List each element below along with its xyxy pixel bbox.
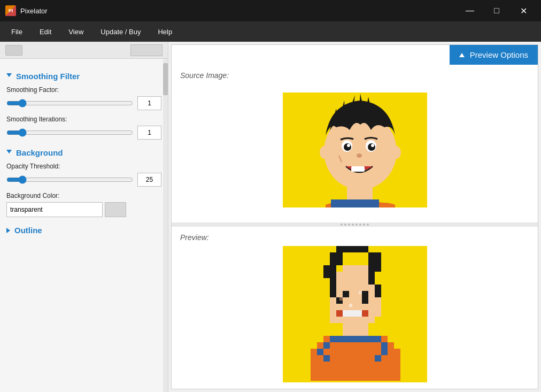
svg-rect-93 — [359, 291, 362, 294]
menu-view[interactable]: View — [60, 25, 92, 39]
smoothing-factor-input[interactable]: 1 — [137, 96, 161, 110]
svg-rect-52 — [368, 278, 375, 285]
svg-rect-105 — [368, 246, 375, 252]
svg-point-18 — [391, 146, 401, 159]
panel-scrollbar[interactable] — [163, 59, 168, 392]
opacity-threshold-label: Opacity Threshold: — [6, 163, 161, 170]
svg-rect-38 — [330, 265, 336, 272]
opacity-threshold-input[interactable]: 25 — [137, 173, 161, 187]
svg-rect-49 — [343, 272, 368, 278]
close-button[interactable]: ✕ — [511, 0, 536, 21]
svg-rect-57 — [336, 291, 343, 297]
svg-rect-42 — [330, 272, 336, 278]
background-color-input[interactable]: transparent — [6, 202, 103, 217]
panel-scroll-area: Smoothing Filter Smoothing Factor: 1 Smo… — [0, 59, 168, 392]
toolbar-input[interactable] — [130, 44, 163, 56]
preview-options-label: Preview Options — [470, 50, 528, 59]
toolbar-button[interactable] — [5, 45, 22, 56]
smoothing-iterations-row: 1 — [6, 126, 161, 140]
menu-help[interactable]: Help — [149, 25, 181, 39]
svg-rect-36 — [375, 259, 381, 265]
preview-options-button[interactable]: Preview Options — [450, 45, 538, 65]
source-image-label: Source Image: — [180, 71, 529, 80]
svg-rect-24 — [336, 246, 343, 252]
opacity-threshold-row: 25 — [6, 173, 161, 187]
smoothing-filter-section-header[interactable]: Smoothing Filter — [6, 72, 161, 81]
svg-rect-35 — [368, 259, 375, 265]
svg-rect-61 — [362, 291, 368, 297]
smoothing-filter-label: Smoothing Filter — [16, 72, 80, 81]
divider-dot — [359, 224, 361, 226]
smoothing-factor-row: 1 — [6, 96, 161, 110]
svg-rect-89 — [330, 342, 381, 349]
opacity-threshold-slider[interactable] — [6, 174, 133, 185]
source-goku-image — [283, 93, 427, 207]
svg-rect-20 — [331, 199, 379, 207]
left-panel: Smoothing Filter Smoothing Factor: 1 Smo… — [0, 42, 168, 392]
divider-dot — [341, 224, 343, 226]
svg-rect-66 — [343, 297, 349, 304]
divider-dot — [363, 224, 365, 226]
divider-dot — [352, 224, 354, 226]
svg-rect-73 — [375, 304, 381, 310]
menu-file[interactable]: File — [3, 25, 31, 39]
svg-rect-29 — [330, 252, 336, 259]
outline-expand-icon — [6, 228, 10, 233]
svg-rect-58 — [343, 291, 349, 297]
svg-rect-101 — [323, 355, 330, 362]
preview-goku-image — [283, 246, 427, 382]
preview-image-label: Preview: — [180, 233, 529, 242]
svg-rect-33 — [330, 259, 336, 265]
svg-rect-81 — [330, 317, 336, 323]
svg-rect-64 — [330, 297, 336, 304]
svg-rect-87 — [317, 342, 323, 349]
menu-edit[interactable]: Edit — [31, 25, 60, 39]
svg-rect-25 — [343, 246, 349, 252]
panel-scrollbar-thumb[interactable] — [163, 63, 168, 95]
svg-rect-16 — [351, 166, 365, 172]
svg-rect-53 — [330, 285, 336, 291]
svg-rect-51 — [330, 278, 336, 285]
menu-update-buy[interactable]: Update / Buy — [92, 25, 149, 39]
svg-rect-82 — [343, 323, 368, 329]
panel-divider[interactable] — [172, 222, 538, 227]
svg-rect-94 — [339, 297, 343, 301]
maximize-button[interactable]: □ — [484, 0, 509, 21]
divider-dots — [341, 224, 369, 226]
background-color-swatch[interactable] — [105, 202, 126, 217]
main-layout: Smoothing Filter Smoothing Factor: 1 Smo… — [0, 42, 541, 392]
svg-rect-88 — [323, 342, 330, 349]
window-controls: — □ ✕ — [458, 0, 536, 21]
svg-rect-46 — [349, 265, 355, 272]
outline-section-header[interactable]: Outline — [6, 226, 161, 235]
svg-rect-69 — [362, 297, 368, 304]
svg-rect-62 — [368, 291, 375, 297]
smoothing-iterations-input[interactable]: 1 — [137, 126, 161, 140]
svg-rect-56 — [330, 291, 336, 297]
svg-rect-79 — [375, 310, 381, 317]
svg-rect-77 — [362, 310, 368, 317]
divider-dot — [355, 224, 358, 226]
background-color-row: transparent — [6, 202, 161, 217]
svg-rect-103 — [375, 355, 381, 362]
svg-rect-75 — [336, 310, 343, 317]
svg-rect-45 — [343, 265, 349, 272]
divider-dot — [348, 224, 350, 226]
svg-rect-99 — [311, 374, 400, 381]
svg-point-14 — [371, 144, 374, 147]
svg-rect-74 — [330, 310, 336, 317]
smoothing-factor-slider[interactable] — [6, 98, 133, 109]
svg-rect-84 — [323, 336, 330, 342]
svg-rect-32 — [375, 252, 381, 259]
smoothing-factor-label: Smoothing Factor: — [6, 86, 161, 94]
right-content: Preview Options Source Image: — [171, 44, 538, 389]
minimize-button[interactable]: — — [458, 0, 482, 21]
svg-rect-67 — [349, 297, 355, 304]
background-collapse-icon — [6, 150, 12, 156]
background-section-header[interactable]: Background — [6, 148, 161, 157]
source-image-section: Source Image: — [172, 65, 538, 222]
top-toolbar — [0, 42, 168, 59]
smoothing-iterations-slider[interactable] — [6, 127, 133, 138]
svg-point-17 — [320, 146, 329, 159]
preview-options-triangle-icon — [459, 53, 465, 57]
